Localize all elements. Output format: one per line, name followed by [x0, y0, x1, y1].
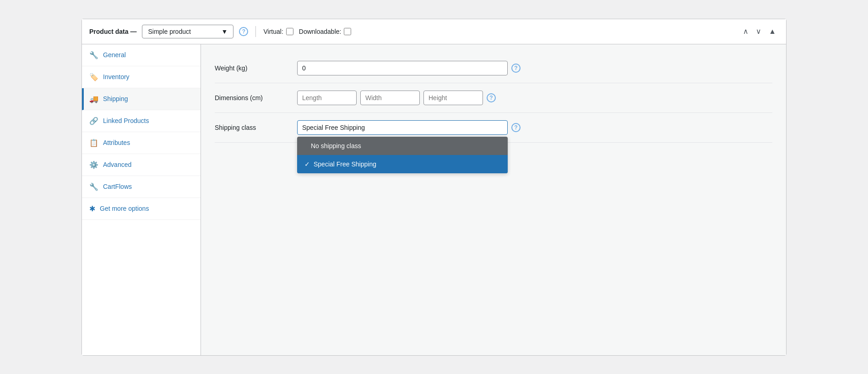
gear-icon: ⚙️ — [89, 160, 98, 169]
downloadable-label: Downloadable: — [299, 28, 342, 35]
no-shipping-option[interactable]: No shipping class — [297, 137, 508, 155]
collapse-up-button[interactable]: ∧ — [740, 25, 751, 37]
shipping-class-row: Shipping class No shipping class Special… — [215, 113, 772, 143]
wrench-icon: 🔧 — [89, 51, 98, 59]
panel-body: 🔧 General 🏷️ Inventory 🚚 Shipping 🔗 Link… — [82, 44, 786, 355]
sidebar-item-advanced[interactable]: ⚙️ Advanced — [82, 154, 201, 176]
product-type-label: Simple product — [148, 28, 190, 35]
shipping-class-dropdown-wrapper: Special Free Shipping No shipping class … — [297, 120, 508, 135]
help-icon[interactable]: ? — [239, 27, 248, 36]
weight-help-icon[interactable]: ? — [511, 64, 521, 73]
cartflows-icon: 🔧 — [89, 182, 98, 191]
panel-header: Product data — Simple product ▼ ? Virtua… — [82, 19, 786, 44]
weight-controls: ? — [297, 61, 772, 75]
sidebar-item-label: CartFlows — [103, 183, 132, 190]
virtual-checkbox-group: Virtual: — [263, 28, 293, 35]
height-input[interactable] — [423, 91, 483, 105]
shipping-class-label: Shipping class — [215, 120, 288, 131]
weight-input[interactable] — [297, 61, 508, 75]
downloadable-checkbox[interactable] — [344, 28, 351, 35]
tag-icon: 🏷️ — [89, 73, 98, 81]
special-free-shipping-option[interactable]: Special Free Shipping — [297, 155, 508, 173]
star-icon: ✱ — [89, 204, 95, 213]
sidebar-item-general[interactable]: 🔧 General — [82, 44, 201, 66]
panel-title: Product data — — [89, 28, 136, 35]
sidebar-item-linked-products[interactable]: 🔗 Linked Products — [82, 110, 201, 132]
shipping-class-display[interactable]: Special Free Shipping — [297, 120, 508, 135]
chevron-down-icon: ▼ — [222, 28, 228, 35]
shipping-class-dropdown: No shipping class Special Free Shipping — [297, 137, 508, 173]
sidebar-item-attributes[interactable]: 📋 Attributes — [82, 132, 201, 154]
downloadable-checkbox-group: Downloadable: — [299, 28, 352, 35]
sidebar-item-label: Shipping — [103, 95, 128, 102]
dimensions-controls: ? — [297, 91, 772, 105]
content-area: Weight (kg) ? Dimensions (cm) ? Shipping — [201, 44, 786, 355]
header-actions: ∧ ∨ ▲ — [740, 25, 779, 37]
dimensions-label: Dimensions (cm) — [215, 91, 288, 102]
weight-row: Weight (kg) ? — [215, 53, 772, 83]
divider — [255, 26, 256, 37]
width-input[interactable] — [360, 91, 420, 105]
sidebar-item-label: Linked Products — [103, 117, 149, 124]
dimensions-row: Dimensions (cm) ? — [215, 83, 772, 113]
link-icon: 🔗 — [89, 117, 98, 125]
sidebar-item-label: Advanced — [103, 161, 131, 168]
shipping-class-help-icon[interactable]: ? — [511, 123, 521, 132]
sidebar-item-get-more-options[interactable]: ✱ Get more options — [82, 198, 201, 220]
sidebar-item-cartflows[interactable]: 🔧 CartFlows — [82, 176, 201, 198]
collapse-down-button[interactable]: ∨ — [753, 25, 764, 37]
dimensions-help-icon[interactable]: ? — [487, 93, 496, 102]
sidebar-item-label: Inventory — [103, 73, 130, 80]
sidebar-item-label: Attributes — [103, 139, 130, 146]
virtual-label: Virtual: — [263, 28, 283, 35]
truck-icon: 🚚 — [89, 95, 98, 103]
sidebar-item-label: Get more options — [100, 205, 149, 212]
sidebar-item-shipping[interactable]: 🚚 Shipping — [82, 88, 201, 110]
toggle-button[interactable]: ▲ — [766, 25, 779, 37]
sidebar-item-label: General — [103, 51, 126, 59]
product-data-panel: Product data — Simple product ▼ ? Virtua… — [81, 19, 787, 356]
product-type-select[interactable]: Simple product ▼ — [142, 25, 233, 38]
weight-label: Weight (kg) — [215, 61, 288, 72]
shipping-class-controls: No shipping class Special Free Shipping … — [297, 120, 772, 135]
virtual-checkbox[interactable] — [286, 28, 293, 35]
list-icon: 📋 — [89, 139, 98, 147]
length-input[interactable] — [297, 91, 357, 105]
sidebar: 🔧 General 🏷️ Inventory 🚚 Shipping 🔗 Link… — [82, 44, 201, 355]
sidebar-item-inventory[interactable]: 🏷️ Inventory — [82, 66, 201, 88]
